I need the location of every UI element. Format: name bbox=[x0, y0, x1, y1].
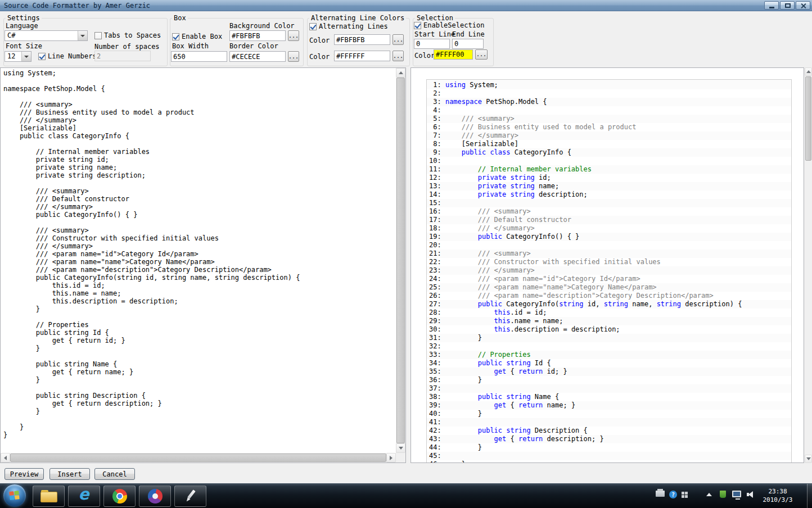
preview-code-line: 16: /// <summary> bbox=[427, 207, 791, 216]
action-center-tray-icon[interactable] bbox=[720, 491, 726, 498]
taskbar-item-explorer[interactable] bbox=[33, 486, 65, 507]
preview-code-line: 42: public string Description { bbox=[427, 427, 791, 435]
arrow-right-icon bbox=[390, 456, 393, 460]
preview-vscroll-thumb[interactable] bbox=[805, 76, 811, 161]
taskbar-item-internet-explorer[interactable] bbox=[68, 486, 100, 507]
tabs-to-spaces-checkbox[interactable]: Tabs to Spaces bbox=[94, 31, 161, 39]
editor-code[interactable]: using System;namespace PetShop.Model { /… bbox=[1, 68, 395, 452]
line-number: 9: bbox=[429, 148, 445, 156]
preview-vertical-scrollbar[interactable] bbox=[805, 67, 812, 463]
taskbar-item-chrome[interactable] bbox=[103, 486, 136, 507]
source-code-line: get { return description; } bbox=[3, 400, 395, 407]
source-code-line: this.name = name; bbox=[3, 289, 395, 297]
editor-horizontal-scrollbar[interactable] bbox=[1, 453, 396, 462]
pen-icon bbox=[183, 489, 198, 504]
color2-input[interactable] bbox=[334, 51, 390, 61]
source-code-line: public CategoryInfo(string id, string na… bbox=[3, 274, 395, 282]
selection-group: Selection EnableSelection Start Line End… bbox=[413, 14, 494, 66]
clock-date: 2010/3/3 bbox=[759, 496, 796, 504]
selection-color-browse-button[interactable]: ... bbox=[475, 49, 488, 60]
enable-selection-checkbox[interactable]: EnableSelection bbox=[414, 21, 484, 29]
scroll-left-button[interactable] bbox=[1, 453, 10, 462]
language-select[interactable]: C# bbox=[4, 30, 88, 41]
editor-vscroll-thumb[interactable] bbox=[396, 78, 405, 443]
editor-hscroll-thumb[interactable] bbox=[10, 453, 386, 462]
preview-code-line: 34: public string Id { bbox=[427, 359, 791, 368]
line-number: 19: bbox=[429, 233, 445, 241]
scroll-right-button[interactable] bbox=[386, 453, 396, 462]
selection-color-input[interactable] bbox=[434, 49, 473, 60]
line-number: 26: bbox=[429, 292, 445, 300]
source-code-line: } bbox=[3, 376, 395, 384]
minimize-button[interactable] bbox=[764, 1, 779, 10]
taskbar-item-code-formatter[interactable] bbox=[174, 486, 206, 507]
color1-browse-button[interactable]: ... bbox=[393, 34, 404, 45]
selection-color-label: Color bbox=[414, 52, 435, 60]
start-line-input[interactable] bbox=[414, 39, 450, 49]
selection-group-title: Selection bbox=[415, 14, 455, 22]
line-number: 13: bbox=[429, 182, 445, 190]
scrollbar-corner bbox=[396, 453, 405, 462]
help-tray-icon[interactable] bbox=[669, 491, 677, 498]
chrome-icon bbox=[112, 489, 127, 504]
background-color-input[interactable] bbox=[229, 30, 286, 41]
color1-input[interactable] bbox=[334, 34, 390, 45]
line-number: 29: bbox=[429, 317, 445, 325]
tabs-to-spaces-label: Tabs to Spaces bbox=[104, 31, 161, 39]
line-number: 17: bbox=[429, 216, 445, 224]
preview-button[interactable]: Preview bbox=[4, 468, 44, 480]
taskbar-item-media-app[interactable] bbox=[139, 486, 171, 507]
end-line-input[interactable] bbox=[452, 39, 484, 49]
maximize-button[interactable] bbox=[780, 1, 795, 10]
line-number: 36: bbox=[429, 376, 445, 384]
start-line-label: Start Line bbox=[414, 30, 455, 38]
title-bar[interactable]: Source Code Formatter by Amer Gerzic bbox=[0, 0, 812, 11]
cancel-button[interactable]: Cancel bbox=[94, 468, 135, 480]
show-desktop-button[interactable] bbox=[807, 484, 812, 508]
taskbar-clock[interactable]: 23:38 2010/3/3 bbox=[759, 487, 796, 504]
volume-tray-icon[interactable] bbox=[747, 491, 756, 498]
printer-tray-icon[interactable] bbox=[656, 491, 665, 497]
font-size-select[interactable]: 12 bbox=[4, 51, 31, 62]
start-button[interactable] bbox=[3, 484, 26, 507]
source-code-line: public string Id { bbox=[3, 329, 395, 337]
formatted-code-box: 1: using System; 2: 3: namespace PetShop… bbox=[426, 79, 792, 463]
app-tray-icon[interactable] bbox=[682, 492, 688, 498]
line-number: 31: bbox=[429, 334, 445, 342]
line-number: 43: bbox=[429, 435, 445, 443]
preview-code-line: 8: [Serializable] bbox=[427, 140, 791, 148]
source-editor-panel: using System;namespace PetShop.Model { /… bbox=[0, 67, 406, 463]
font-size-dropdown-button[interactable] bbox=[21, 52, 31, 61]
border-color-browse-button[interactable]: ... bbox=[288, 51, 299, 62]
preview-code-line: 5: /// <summary> bbox=[427, 115, 791, 123]
scroll-down-button[interactable] bbox=[805, 455, 812, 463]
line-number: 10: bbox=[429, 157, 445, 165]
background-color-browse-button[interactable]: ... bbox=[288, 30, 299, 41]
preview-code-line: 24: /// <param name="id">Category Id</pa… bbox=[427, 275, 791, 283]
close-button[interactable] bbox=[796, 1, 810, 10]
tray-expand-icon[interactable] bbox=[706, 493, 712, 496]
preview-code-line: 2: bbox=[427, 89, 791, 98]
border-color-input[interactable] bbox=[229, 51, 286, 62]
end-line-label: End Line bbox=[452, 30, 485, 38]
internet-explorer-icon bbox=[76, 488, 92, 504]
line-number: 1: bbox=[429, 81, 445, 89]
scroll-down-button[interactable] bbox=[396, 443, 405, 453]
editor-vertical-scrollbar[interactable] bbox=[396, 68, 405, 453]
preview-code-line: 15: bbox=[427, 199, 791, 207]
enable-box-checkbox[interactable]: Enable Box bbox=[172, 33, 222, 40]
source-code-line: [Serializable] bbox=[3, 124, 395, 132]
alternating-lines-checkbox[interactable]: Alternating Lines bbox=[309, 22, 388, 30]
color2-browse-button[interactable]: ... bbox=[393, 51, 404, 61]
network-tray-icon[interactable] bbox=[732, 491, 741, 497]
insert-button[interactable]: Insert bbox=[49, 468, 90, 480]
box-width-input[interactable] bbox=[171, 51, 227, 62]
scroll-up-button[interactable] bbox=[396, 68, 405, 78]
line-numbers-checkbox[interactable]: Line Numbers bbox=[38, 52, 97, 60]
preview-code-line: 1: using System; bbox=[427, 81, 791, 89]
scroll-up-button[interactable] bbox=[805, 67, 812, 76]
line-number: 41: bbox=[429, 418, 445, 426]
language-dropdown-button[interactable] bbox=[78, 31, 87, 40]
source-code-line: /// </summary> bbox=[3, 116, 395, 124]
line-number: 34: bbox=[429, 359, 445, 367]
